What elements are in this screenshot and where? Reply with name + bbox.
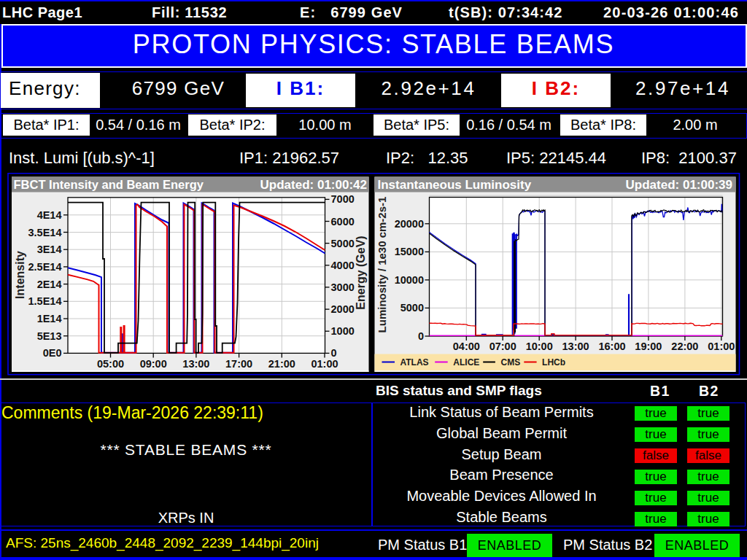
svg-text:Luminosity / 1e30 cm-2s-1: Luminosity / 1e30 cm-2s-1 [376, 197, 388, 333]
svg-text:4E14: 4E14 [37, 209, 62, 221]
svg-text:09:00: 09:00 [140, 358, 167, 370]
svg-text:05:00: 05:00 [97, 358, 124, 370]
svg-text:6000: 6000 [331, 216, 355, 228]
svg-text:0E0: 0E0 [43, 347, 62, 359]
svg-text:07:00: 07:00 [489, 341, 516, 352]
svg-text:15000: 15000 [395, 246, 424, 257]
svg-text:1000: 1000 [331, 325, 355, 337]
svg-text:ALICE: ALICE [453, 357, 479, 368]
svg-text:Energy (GeV): Energy (GeV) [355, 236, 367, 309]
svg-text:01:00: 01:00 [311, 358, 338, 370]
svg-text:3.5E14: 3.5E14 [28, 227, 62, 238]
svg-text:13:00: 13:00 [562, 341, 589, 352]
svg-text:20000: 20000 [395, 218, 424, 230]
svg-text:3E14: 3E14 [37, 244, 62, 255]
svg-text:3000: 3000 [331, 281, 355, 293]
svg-text:Instantaneous Luminosity: Instantaneous Luminosity [378, 178, 532, 192]
svg-text:2E14: 2E14 [37, 279, 62, 290]
svg-text:4000: 4000 [331, 260, 355, 271]
svg-text:2000: 2000 [331, 303, 355, 315]
svg-text:01:00: 01:00 [708, 341, 735, 352]
svg-text:5E13: 5E13 [37, 330, 62, 342]
svg-text:13:00: 13:00 [182, 358, 209, 370]
svg-text:2.5E14: 2.5E14 [28, 261, 62, 273]
svg-text:Updated: 01:00:42: Updated: 01:00:42 [260, 178, 367, 192]
svg-text:10000: 10000 [395, 274, 424, 286]
svg-text:19:00: 19:00 [635, 341, 662, 352]
svg-text:0: 0 [418, 330, 424, 342]
svg-text:Updated: 01:00:39: Updated: 01:00:39 [626, 178, 732, 192]
svg-text:21:00: 21:00 [268, 358, 295, 370]
svg-text:Intensity: Intensity [14, 251, 26, 299]
svg-text:ATLAS: ATLAS [400, 357, 429, 368]
svg-text:CMS: CMS [501, 357, 521, 368]
svg-text:1.5E14: 1.5E14 [28, 295, 62, 307]
svg-text:LHCb: LHCb [542, 357, 565, 368]
svg-text:22:00: 22:00 [671, 341, 698, 352]
svg-text:17:00: 17:00 [225, 358, 252, 370]
svg-text:5000: 5000 [400, 302, 424, 314]
svg-text:04:00: 04:00 [453, 341, 480, 352]
svg-text:1E14: 1E14 [37, 313, 62, 324]
svg-text:5000: 5000 [331, 238, 355, 249]
svg-text:16:00: 16:00 [598, 341, 625, 352]
svg-text:FBCT Intensity and Beam Energy: FBCT Intensity and Beam Energy [14, 178, 204, 191]
svg-text:7000: 7000 [331, 193, 355, 205]
svg-text:10:00: 10:00 [526, 341, 553, 352]
